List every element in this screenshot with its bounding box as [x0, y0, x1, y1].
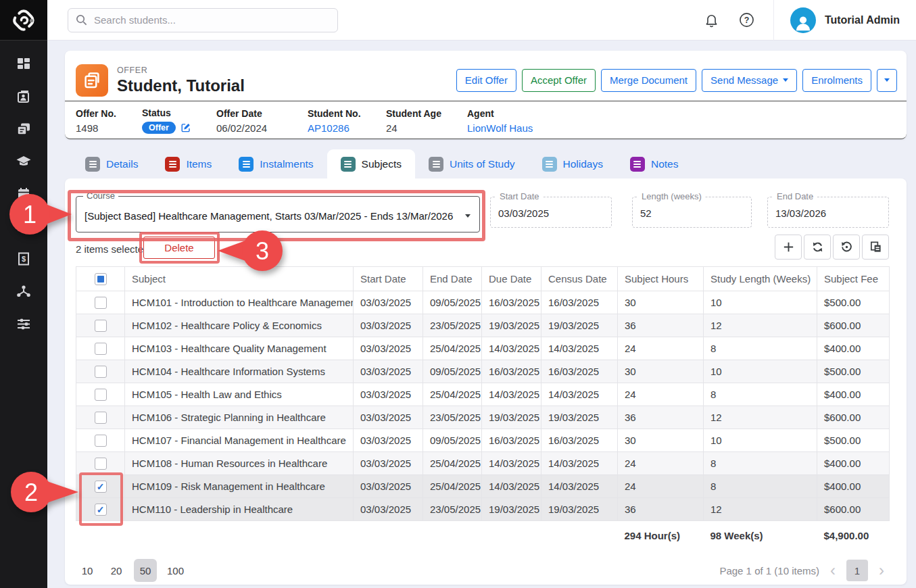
sidebar-item-offers[interactable] — [14, 120, 33, 138]
enrolments-button[interactable]: Enrolments — [802, 69, 871, 92]
study-length-cell: 10 — [704, 291, 817, 314]
row-checkbox[interactable] — [95, 366, 107, 378]
more-actions-button[interactable] — [877, 69, 897, 92]
offer-actions: Edit OfferAccept OfferMerge DocumentSend… — [456, 69, 897, 92]
row-checkbox[interactable] — [95, 320, 107, 332]
topbar: ? Tutorial Admin — [47, 0, 916, 41]
edit-status-icon[interactable] — [180, 122, 191, 133]
info-value[interactable]: AP10286 — [308, 122, 386, 134]
user-name[interactable]: Tutorial Admin — [825, 14, 900, 26]
tab-items[interactable]: Items — [151, 149, 225, 178]
row-checkbox[interactable] — [95, 297, 107, 309]
row-checkbox[interactable] — [95, 343, 107, 355]
page-size-20[interactable]: 20 — [105, 559, 128, 582]
subject-hours-cell: 36 — [618, 498, 704, 521]
row-checkbox[interactable] — [95, 504, 107, 516]
next-page-button[interactable]: › — [877, 562, 886, 579]
subject-fee-cell: $600.00 — [817, 406, 890, 429]
row-checkbox[interactable] — [95, 458, 107, 470]
start-date-cell: 03/03/2025 — [354, 498, 423, 521]
history-button[interactable] — [833, 235, 860, 260]
accept-offer-button[interactable]: Accept Offer — [522, 69, 596, 92]
sidebar-item-agents[interactable] — [14, 283, 33, 300]
items-tab-icon — [165, 157, 180, 172]
sidebar-item-timetable[interactable] — [14, 185, 33, 203]
census-date-cell: 16/03/2025 — [541, 291, 618, 314]
tab-holidays[interactable]: Holidays — [529, 149, 617, 178]
courses-icon — [16, 153, 32, 170]
row-checkbox[interactable] — [95, 412, 107, 424]
column-header-subject[interactable]: Subject — [125, 267, 354, 291]
edit-offer-button[interactable]: Edit Offer — [456, 69, 516, 92]
agents-icon — [16, 283, 32, 299]
subjects-panel: Course [Subject Based] Healthcare Manage… — [65, 178, 907, 585]
course-select-value: [Subject Based] Healthcare Management, S… — [76, 197, 479, 222]
census-date-cell: 16/03/2025 — [541, 360, 618, 383]
app-logo[interactable] — [0, 0, 47, 41]
column-header-census-date[interactable]: Census Date — [541, 267, 618, 291]
subject-hours-cell: 30 — [618, 360, 704, 383]
subject-cell: HCM103 - Healthcare Quality Management — [125, 337, 354, 360]
course-select[interactable]: Course [Subject Based] Healthcare Manage… — [76, 196, 480, 232]
current-page-button[interactable]: 1 — [846, 560, 868, 581]
info-label: Student Age — [386, 108, 467, 119]
tab-details[interactable]: Details — [72, 149, 151, 178]
pager-info: Page 1 of 1 (10 items) — [719, 565, 819, 577]
due-date-cell: 16/03/2025 — [482, 429, 541, 452]
search-input[interactable] — [68, 8, 338, 32]
page-size-10[interactable]: 10 — [76, 559, 99, 582]
column-header-subject-hours[interactable]: Subject Hours — [618, 267, 704, 291]
add-row-button[interactable] — [775, 235, 802, 260]
button-label: Send Message — [710, 74, 778, 86]
end-date-cell: 23/05/2025 — [423, 314, 482, 337]
prev-page-button[interactable]: ‹ — [828, 562, 838, 579]
row-checkbox[interactable] — [95, 435, 107, 447]
column-header-subject-fee[interactable]: Subject Fee — [817, 267, 890, 291]
sidebar-item-invoices[interactable]: $ — [14, 250, 33, 268]
offer-type-icon — [76, 64, 108, 97]
end-date-cell: 23/05/2025 — [423, 498, 482, 521]
sidebar-item-students[interactable] — [14, 88, 33, 105]
column-header-due-date[interactable]: Due Date — [482, 267, 541, 291]
sidebar-item-settings[interactable] — [14, 315, 33, 333]
tab-notes[interactable]: Notes — [617, 149, 692, 178]
column-chooser-button[interactable] — [862, 235, 889, 260]
subject-fee-cell: $400.00 — [817, 337, 890, 360]
status-badge: Offer — [142, 122, 176, 134]
column-header-end-date[interactable]: End Date — [423, 267, 482, 291]
subject-hours-cell: 30 — [618, 291, 704, 314]
subject-cell: HCM104 - Healthcare Information Systems — [125, 360, 354, 383]
sidebar-item-finance[interactable] — [14, 218, 33, 235]
send-message-button[interactable]: Send Message — [702, 69, 797, 92]
info-label: Offer No. — [76, 108, 142, 119]
table-row: HCM109 - Risk Management in Healthcare03… — [76, 475, 890, 498]
column-header-start-date[interactable]: Start Date — [354, 267, 423, 291]
help-button[interactable]: ? — [738, 11, 756, 29]
subject-cell: HCM106 - Strategic Planning in Healthcar… — [125, 406, 354, 429]
offers-icon — [16, 121, 32, 137]
page-size-100[interactable]: 100 — [163, 559, 188, 582]
info-value[interactable]: LionWolf Haus — [467, 122, 602, 134]
tab-units-of-study[interactable]: Units of Study — [415, 149, 529, 178]
merge-document-button[interactable]: Merge Document — [601, 69, 696, 92]
row-checkbox[interactable] — [95, 481, 107, 493]
page-size-50[interactable]: 50 — [134, 559, 157, 582]
table-row: HCM102 - Healthcare Policy & Economics03… — [76, 314, 890, 337]
tab-subjects[interactable]: Subjects — [327, 149, 415, 178]
tab-instalments[interactable]: Instalments — [225, 149, 327, 178]
select-all-header-cell — [76, 267, 125, 291]
sidebar-item-dashboard[interactable] — [14, 55, 33, 73]
subject-cell: HCM101 - Introduction to Healthcare Mana… — [125, 291, 354, 314]
info-student-no-: Student No.AP10286 — [308, 107, 386, 134]
notifications-button[interactable] — [703, 11, 721, 29]
column-header-study-length-weeks-[interactable]: Study Length (Weeks) — [704, 267, 817, 291]
delete-button[interactable]: Delete — [143, 237, 215, 259]
table-row: HCM105 - Health Law and Ethics03/03/2025… — [76, 383, 890, 406]
avatar[interactable] — [790, 7, 816, 33]
select-all-checkbox[interactable] — [95, 273, 107, 285]
sidebar-item-courses[interactable] — [14, 153, 33, 170]
refresh-button[interactable] — [804, 235, 831, 260]
row-checkbox[interactable] — [95, 389, 107, 401]
length-weeks-field: Length (weeks) 52 — [632, 197, 752, 228]
topbar-right: ? Tutorial Admin — [703, 0, 900, 41]
